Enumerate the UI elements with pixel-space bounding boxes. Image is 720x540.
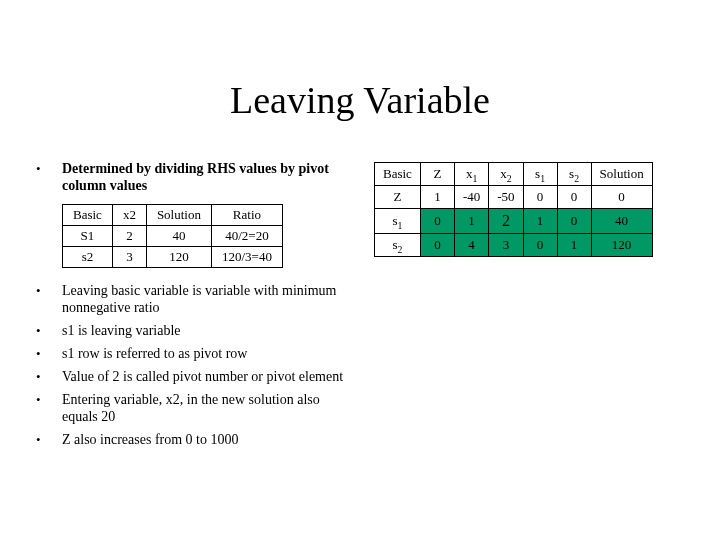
tableau-header-x1: x1 (454, 163, 488, 186)
tableau-cell: 4 (454, 234, 488, 257)
tableau-cell: 40 (591, 209, 652, 234)
bullet-list-lower: • Leaving basic variable is variable wit… (36, 282, 356, 448)
ratio-cell: s2 (63, 247, 113, 268)
ratio-cell: 3 (112, 247, 146, 268)
table-row: Z 1 -40 -50 0 0 0 (375, 186, 653, 209)
tableau-cell: Z (375, 186, 421, 209)
right-column: Basic Z x1 x2 s1 s2 Solution Z 1 -40 -50… (374, 160, 696, 454)
tableau-cell: 0 (420, 209, 454, 234)
bullet-dot-icon: • (36, 160, 62, 194)
table-row: s2 0 4 3 0 1 120 (375, 234, 653, 257)
tableau-cell: 0 (523, 234, 557, 257)
ratio-cell: 120 (146, 247, 211, 268)
table-row: Basic x2 Solution Ratio (63, 205, 283, 226)
bullet-dot-icon: • (36, 322, 62, 339)
slide: Leaving Variable • Determined by dividin… (0, 0, 720, 540)
bullet-item: • Entering variable, x2, in the new solu… (36, 391, 356, 425)
simplex-tableau: Basic Z x1 x2 s1 s2 Solution Z 1 -40 -50… (374, 162, 653, 257)
ratio-cell: 40 (146, 226, 211, 247)
tableau-cell: s1 (375, 209, 421, 234)
tableau-cell: 120 (591, 234, 652, 257)
ratio-header-basic: Basic (63, 205, 113, 226)
bullet-dot-icon: • (36, 282, 62, 316)
table-row: S1 2 40 40/2=20 (63, 226, 283, 247)
tableau-header-z: Z (420, 163, 454, 186)
tableau-cell: 3 (489, 234, 523, 257)
tableau-header-s1: s1 (523, 163, 557, 186)
tableau-cell: 0 (420, 234, 454, 257)
tableau-cell: 0 (523, 186, 557, 209)
tableau-cell: 1 (420, 186, 454, 209)
bullet-text: s1 row is referred to as pivot row (62, 345, 356, 362)
bullet-text: Entering variable, x2, in the new soluti… (62, 391, 356, 425)
tableau-header-basic: Basic (375, 163, 421, 186)
tableau-cell: 1 (557, 234, 591, 257)
bullet-intro: • Determined by dividing RHS values by p… (36, 160, 356, 194)
tableau-header-x2: x2 (489, 163, 523, 186)
tableau-cell: 0 (557, 209, 591, 234)
table-row: Basic Z x1 x2 s1 s2 Solution (375, 163, 653, 186)
content-area: • Determined by dividing RHS values by p… (36, 160, 696, 454)
tableau-cell: -50 (489, 186, 523, 209)
tableau-cell: 0 (557, 186, 591, 209)
ratio-cell: S1 (63, 226, 113, 247)
tableau-cell: 0 (591, 186, 652, 209)
bullet-item: • s1 row is referred to as pivot row (36, 345, 356, 362)
bullet-text: Leaving basic variable is variable with … (62, 282, 356, 316)
bullet-item: • Z also increases from 0 to 1000 (36, 431, 356, 448)
bullet-list: • Determined by dividing RHS values by p… (36, 160, 356, 194)
bullet-text: Value of 2 is called pivot number or piv… (62, 368, 356, 385)
bullet-text: Determined by dividing RHS values by piv… (62, 160, 356, 194)
bullet-text: Z also increases from 0 to 1000 (62, 431, 356, 448)
tableau-cell: 1 (454, 209, 488, 234)
tableau-cell: -40 (454, 186, 488, 209)
tableau-cell: 1 (523, 209, 557, 234)
tableau-header-s2: s2 (557, 163, 591, 186)
ratio-table: Basic x2 Solution Ratio S1 2 40 40/2=20 … (62, 204, 283, 268)
ratio-header-solution: Solution (146, 205, 211, 226)
bullet-dot-icon: • (36, 431, 62, 448)
bullet-item: • Leaving basic variable is variable wit… (36, 282, 356, 316)
bullet-dot-icon: • (36, 345, 62, 362)
ratio-header-ratio: Ratio (211, 205, 282, 226)
bullet-dot-icon: • (36, 391, 62, 425)
tableau-cell: s2 (375, 234, 421, 257)
left-column: • Determined by dividing RHS values by p… (36, 160, 356, 454)
ratio-cell: 120/3=40 (211, 247, 282, 268)
bullet-dot-icon: • (36, 368, 62, 385)
ratio-cell: 40/2=20 (211, 226, 282, 247)
table-row-pivot: s1 0 1 2 1 0 40 (375, 209, 653, 234)
tableau-cell-pivot: 2 (489, 209, 523, 234)
table-row: s2 3 120 120/3=40 (63, 247, 283, 268)
bullet-text: s1 is leaving variable (62, 322, 356, 339)
bullet-item: • s1 is leaving variable (36, 322, 356, 339)
slide-title: Leaving Variable (0, 78, 720, 122)
ratio-header-x2: x2 (112, 205, 146, 226)
ratio-cell: 2 (112, 226, 146, 247)
bullet-item: • Value of 2 is called pivot number or p… (36, 368, 356, 385)
tableau-header-solution: Solution (591, 163, 652, 186)
